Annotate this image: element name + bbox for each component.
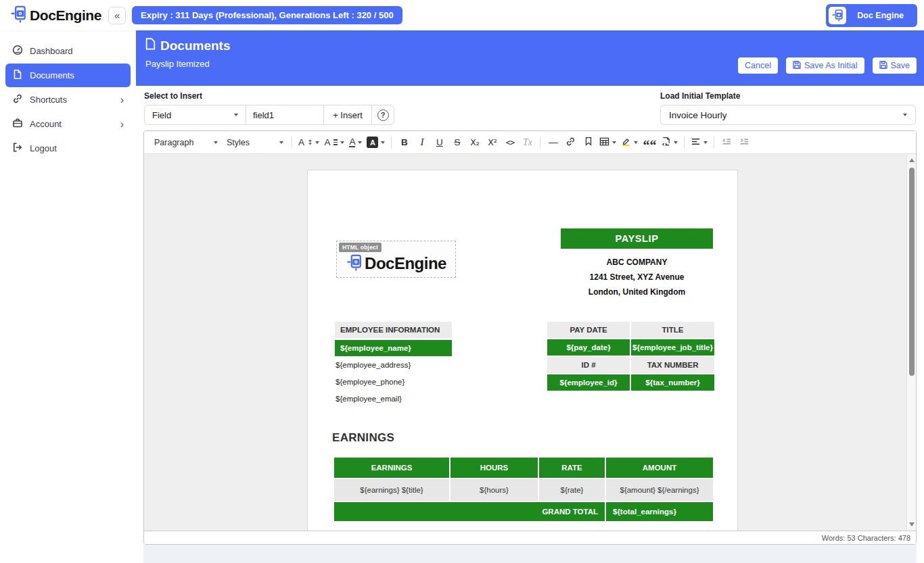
employee-phone-field: ${employee_phone} <box>335 373 452 390</box>
indent-icon <box>739 137 749 149</box>
help-icon: ? <box>377 109 389 121</box>
html-object-widget[interactable]: HTML object DocEngine <box>336 241 456 278</box>
sidebar-item-shortcuts[interactable]: Shortcuts › <box>5 88 131 112</box>
rich-text-editor: Paragraph Styles A↕ A A <box>143 130 917 545</box>
app-logo: DocEngine <box>0 5 101 26</box>
chevron-down-icon <box>634 141 638 144</box>
earnings-row-cell: ${rate} <box>539 479 605 501</box>
insert-bar: Select to Insert Field + Insert ? Load I… <box>136 86 924 128</box>
toolbar-divider <box>684 137 685 149</box>
font-size-button[interactable]: A↕ <box>296 134 321 151</box>
indent-button[interactable] <box>736 134 753 151</box>
chevron-down-icon <box>234 114 238 116</box>
font-size-arrows-icon: ↕ <box>307 139 313 146</box>
topbar: DocEngine « Expiry : 311 Days (Professio… <box>0 0 924 30</box>
sidebar-item-account[interactable]: Account › <box>5 112 131 136</box>
initial-template-value: Invoice Hourly <box>669 110 727 120</box>
chevron-down-icon <box>903 114 907 116</box>
company-address-line: 1241 Street, XYZ Avenue <box>561 270 713 285</box>
chevron-right-icon: › <box>120 95 124 105</box>
sidebar-collapse-button[interactable]: « <box>108 7 126 24</box>
block-quote-button[interactable]: ““ <box>641 134 658 151</box>
outdent-button[interactable] <box>718 134 735 151</box>
insert-template-button[interactable] <box>659 134 680 151</box>
strikethrough-button[interactable]: S <box>448 134 465 151</box>
insert-help-button[interactable]: ? <box>372 105 394 124</box>
employee-email-field: ${employee_email} <box>335 390 452 407</box>
font-size-icon: A <box>298 137 304 147</box>
highlight-button[interactable] <box>619 134 640 151</box>
field-type-select[interactable]: Field <box>145 105 246 124</box>
footer-strip <box>143 545 917 563</box>
code-button[interactable]: <> <box>501 134 518 151</box>
documents-title-icon <box>145 38 156 53</box>
chevron-down-icon <box>674 141 678 144</box>
table-icon <box>599 137 609 149</box>
save-button[interactable]: Save <box>873 57 917 74</box>
paragraph-style-dropdown[interactable]: Paragraph <box>150 134 222 151</box>
earnings-row-cell: ${amount} ${/earnings} <box>606 479 713 501</box>
expiry-badge: Expiry : 311 Days (Professional), Genera… <box>132 6 402 24</box>
subscript-button[interactable]: X₂ <box>466 134 483 151</box>
remove-format-button[interactable]: Tx <box>519 134 536 151</box>
chevron-down-icon <box>279 141 283 144</box>
page-header: Documents Payslip Itemized Cancel Save A… <box>136 30 924 86</box>
earnings-heading: EARNINGS <box>332 431 394 445</box>
horizontal-line-button[interactable]: — <box>545 134 561 151</box>
cancel-button[interactable]: Cancel <box>738 57 778 74</box>
bookmark-button[interactable] <box>580 134 597 151</box>
earnings-column-header: HOURS <box>451 458 538 478</box>
font-background-button[interactable]: A <box>365 134 387 151</box>
document-logo: DocEngine <box>337 253 455 274</box>
text-alignment-button[interactable] <box>689 134 710 151</box>
editor-scrollbar[interactable] <box>906 154 916 531</box>
document-page[interactable]: HTML object DocEngine PAYSLIP <box>307 170 738 531</box>
account-icon <box>12 118 23 130</box>
app-logo-text: DocEngine <box>30 7 101 24</box>
field-type-value: Field <box>152 110 171 120</box>
editor-canvas[interactable]: HTML object DocEngine PAYSLIP <box>144 154 916 531</box>
font-color-button[interactable]: A <box>347 134 364 151</box>
italic-button[interactable]: I <box>413 134 430 151</box>
insert-button[interactable]: + Insert <box>324 105 372 124</box>
sidebar-item-documents[interactable]: Documents <box>5 64 131 87</box>
employee-address-field: ${employee_address} <box>335 356 452 373</box>
chevron-down-icon <box>315 141 319 144</box>
font-family-icon: A <box>324 137 330 147</box>
doc-engine-button-label: Doc Engine <box>846 11 915 20</box>
editor-toolbar: Paragraph Styles A↕ A A <box>144 131 916 154</box>
earnings-column-header: RATE <box>539 458 605 478</box>
chevron-down-icon <box>612 141 616 144</box>
scroll-down-icon[interactable] <box>909 522 915 527</box>
font-family-button[interactable]: A <box>322 134 346 151</box>
sidebar-item-logout[interactable]: Logout <box>5 137 131 160</box>
employee-info-header: EMPLOYEE INFORMATION <box>335 322 452 338</box>
bold-button[interactable]: B <box>396 134 413 151</box>
company-name: ABC COMPANY <box>561 255 713 270</box>
scroll-up-icon[interactable] <box>909 158 915 162</box>
employee-name-field: ${employee_name} <box>335 340 452 356</box>
bookmark-icon <box>584 137 593 148</box>
styles-dropdown[interactable]: Styles <box>223 134 287 151</box>
sidebar-item-dashboard[interactable]: Dashboard <box>5 39 131 63</box>
field-name-input[interactable] <box>246 105 324 124</box>
link-button[interactable] <box>562 134 579 151</box>
sidebar-item-label: Shortcuts <box>30 95 67 105</box>
save-as-initial-button[interactable]: Save As Initial <box>786 57 864 74</box>
earnings-row-cell: ${hours} <box>451 479 538 501</box>
chevron-down-icon <box>703 141 708 144</box>
load-initial-template-label: Load Initial Template <box>660 91 916 101</box>
document-logo-text: DocEngine <box>365 254 446 273</box>
grand-total-value: ${total_earnings} <box>606 502 713 521</box>
doc-engine-account-button[interactable]: Doc Engine <box>826 4 917 27</box>
insert-table-button[interactable] <box>597 134 618 151</box>
toolbar-divider <box>714 137 714 149</box>
scrollbar-thumb[interactable] <box>909 168 915 376</box>
underline-button[interactable]: U <box>431 134 448 151</box>
docengine-logo-icon <box>346 253 363 274</box>
paragraph-dropdown-value: Paragraph <box>154 138 193 147</box>
chevron-right-icon: › <box>120 119 124 130</box>
earnings-column-header: EARNINGS <box>334 458 449 478</box>
superscript-button[interactable]: X² <box>484 134 501 151</box>
initial-template-select[interactable]: Invoice Hourly <box>660 105 916 125</box>
